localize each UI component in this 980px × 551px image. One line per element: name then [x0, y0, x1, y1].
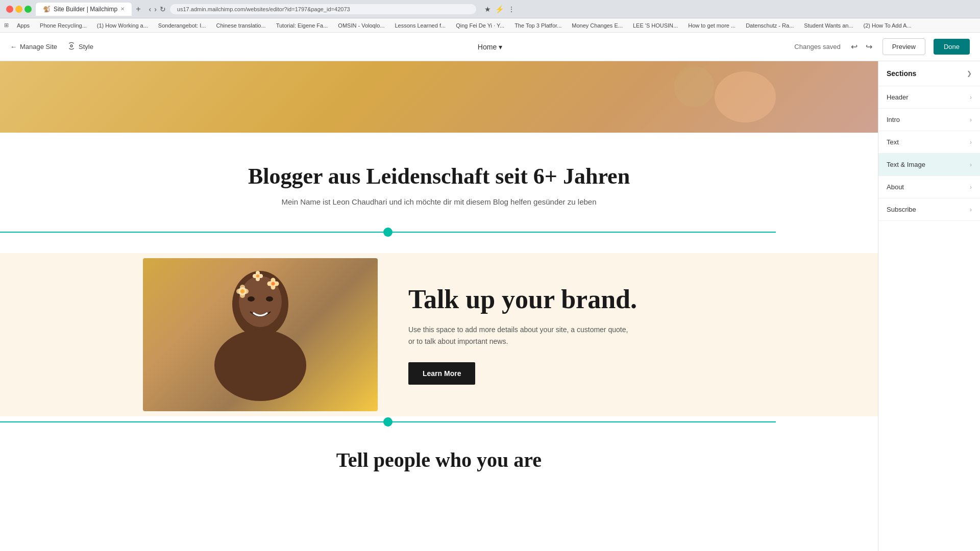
window-controls	[6, 6, 32, 13]
right-panel: Sections ❯ Header › Intro › Text › Text …	[878, 61, 980, 551]
bottom-section-divider	[0, 421, 776, 422]
url-text: us17.admin.mailchimp.com/websites/editor…	[177, 6, 350, 12]
preview-button[interactable]: Preview	[883, 38, 925, 55]
back-btn[interactable]: ‹	[149, 5, 152, 13]
bookmark-5[interactable]: Tutorial: Eigene Fa...	[272, 21, 332, 30]
tab-close-icon[interactable]: ✕	[120, 6, 125, 12]
hero-decor-2	[674, 66, 715, 107]
panel-text-image-label: Text & Image	[887, 161, 925, 168]
bookmark-15[interactable]: (2) How To Add A...	[860, 21, 916, 30]
reload-btn[interactable]: ↻	[160, 5, 166, 13]
panel-intro-arrow: ›	[970, 116, 972, 123]
undo-button[interactable]: ↩	[849, 40, 860, 54]
browser-bar: 🐒 Site Builder | Mailchimp ✕ + ‹ › ↻ us1…	[0, 0, 980, 18]
panel-text-image-arrow: ›	[970, 161, 972, 168]
svg-point-19	[275, 282, 279, 286]
manage-site-button[interactable]: ← Manage Site	[10, 43, 57, 51]
panel-item-intro[interactable]: Intro ›	[878, 109, 980, 131]
extensions-icon[interactable]: ⚡	[495, 5, 504, 13]
bookmark-3[interactable]: Sonderangebot: I...	[154, 21, 210, 30]
bookmark-12[interactable]: How to get more ...	[684, 21, 740, 30]
bookmark-13[interactable]: Datenschutz - Ra...	[742, 21, 798, 30]
bookmark-apps[interactable]: Apps	[13, 21, 34, 30]
main-layout: Blogger aus Leidenschaft seit 6+ Jahren …	[0, 61, 980, 551]
toolbar-center: Home ▾	[478, 43, 502, 51]
brand-subtext: Use this space to add more details about…	[408, 324, 633, 347]
svg-point-24	[253, 274, 257, 278]
page-name: Home	[478, 43, 497, 51]
changes-saved-status: Changes saved	[794, 43, 840, 51]
bookmark-14[interactable]: Student Wants an...	[800, 21, 857, 30]
undo-redo-controls: ↩ ↪	[849, 40, 874, 54]
panel-header-arrow: ›	[970, 94, 972, 101]
bookmark-2[interactable]: (1) How Working a...	[93, 21, 152, 30]
hero-image-strip	[0, 61, 878, 133]
address-bar[interactable]: us17.admin.mailchimp.com/websites/editor…	[170, 4, 476, 14]
close-window-btn[interactable]	[6, 6, 13, 13]
tab-title: Site Builder | Mailchimp	[54, 6, 117, 13]
bookmark-7[interactable]: Lessons Learned f...	[390, 21, 450, 30]
svg-point-0	[70, 45, 72, 47]
new-tab-btn[interactable]: +	[136, 5, 140, 14]
svg-point-16	[240, 289, 244, 293]
section-image	[143, 258, 378, 411]
bookmark-icon[interactable]: ★	[484, 5, 491, 13]
panel-about-label: About	[887, 183, 904, 191]
svg-point-18	[267, 282, 272, 286]
bookmarks-bar: ⊞ Apps Phone Recycling... (1) How Workin…	[0, 18, 980, 33]
panel-about-arrow: ›	[970, 184, 972, 191]
panel-text-label: Text	[887, 138, 899, 146]
svg-point-27	[256, 277, 260, 281]
bookmark-4[interactable]: Chinese translatio...	[212, 21, 270, 30]
intro-heading: Blogger aus Leidenschaft seit 6+ Jahren	[102, 163, 776, 189]
manage-site-label: Manage Site	[20, 43, 57, 51]
intro-section: Blogger aus Leidenschaft seit 6+ Jahren …	[0, 133, 878, 232]
maximize-window-btn[interactable]	[24, 6, 32, 13]
svg-point-10	[266, 296, 273, 302]
redo-button[interactable]: ↪	[864, 40, 874, 54]
bottom-divider-dot	[383, 417, 393, 427]
toolbar-left: ← Manage Site Style	[10, 42, 93, 52]
panel-item-subscribe[interactable]: Subscribe ›	[878, 198, 980, 221]
panel-item-about[interactable]: About ›	[878, 176, 980, 198]
bookmark-11[interactable]: LEE 'S HOUSIN...	[629, 21, 682, 30]
bookmark-1[interactable]: Phone Recycling...	[36, 21, 91, 30]
top-section-divider	[0, 232, 776, 233]
svg-point-9	[248, 296, 255, 302]
bookmark-10[interactable]: Money Changes E...	[568, 21, 627, 30]
svg-point-22	[272, 282, 275, 286]
tab-favicon: 🐒	[43, 6, 51, 13]
style-label: Style	[79, 43, 93, 51]
style-button[interactable]: Style	[67, 42, 93, 52]
done-button[interactable]: Done	[934, 39, 970, 55]
panel-collapse-icon[interactable]: ❯	[967, 70, 972, 77]
panel-subscribe-arrow: ›	[970, 206, 972, 213]
apps-icon[interactable]: ⊞	[4, 22, 9, 29]
top-divider-dot	[383, 228, 393, 237]
svg-point-20	[271, 278, 276, 283]
svg-point-15	[240, 293, 245, 298]
panel-item-header[interactable]: Header ›	[878, 86, 980, 109]
style-icon	[67, 42, 76, 52]
bookmark-8[interactable]: Qing Fei De Yi · Y...	[452, 21, 508, 30]
tell-people-section: Tell people who you are	[0, 422, 878, 487]
section-text-content: Talk up your brand. Use this space to ad…	[378, 264, 878, 405]
forward-btn[interactable]: ›	[154, 5, 157, 13]
panel-item-text[interactable]: Text ›	[878, 131, 980, 154]
minimize-window-btn[interactable]	[15, 6, 22, 13]
intro-subtext: Mein Name ist Leon Chaudhari und ich möc…	[102, 197, 776, 206]
panel-text-arrow: ›	[970, 139, 972, 146]
svg-point-7	[214, 330, 306, 401]
bookmark-6[interactable]: OMSIN - Voloqlo...	[334, 21, 388, 30]
menu-icon[interactable]: ⋮	[508, 5, 515, 13]
tell-people-heading: Tell people who you are	[102, 448, 776, 472]
chevron-down-icon: ▾	[499, 43, 502, 51]
learn-more-button[interactable]: Learn More	[408, 362, 475, 385]
page-selector[interactable]: Home ▾	[478, 43, 502, 51]
panel-item-text-image[interactable]: Text & Image ›	[878, 154, 980, 176]
bookmark-9[interactable]: The Top 3 Platfor...	[510, 21, 566, 30]
person-illustration	[184, 263, 337, 411]
brand-heading: Talk up your brand.	[408, 285, 837, 314]
svg-point-28	[256, 274, 259, 278]
browser-tab[interactable]: 🐒 Site Builder | Mailchimp ✕	[36, 3, 132, 16]
